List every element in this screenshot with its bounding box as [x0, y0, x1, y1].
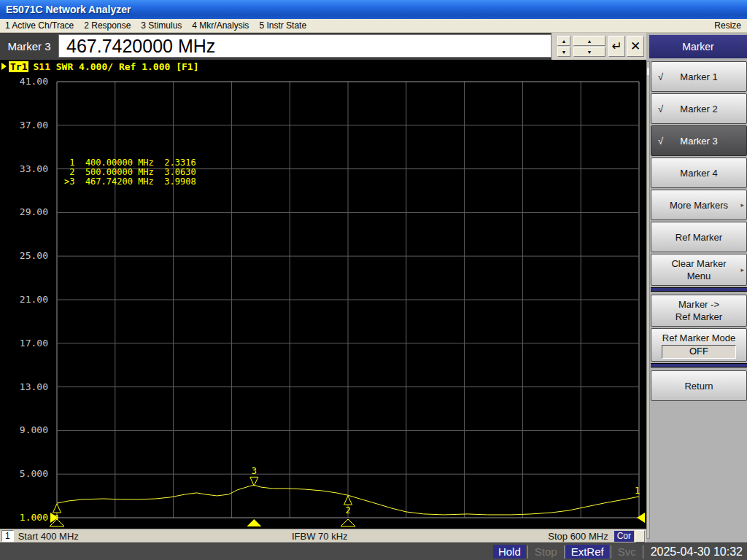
softkey-label: More Markers — [670, 199, 728, 211]
correction-status-badge: Cor — [614, 531, 634, 542]
trace-name-badge[interactable]: Tr1 — [9, 61, 28, 72]
status-right-group: Stop 600 MHz Cor — [548, 530, 646, 542]
spinner-large-up-button[interactable]: ▲ — [573, 36, 605, 46]
softkey-label: Return — [684, 380, 713, 392]
softkey-marker-1[interactable]: √Marker 1 — [651, 61, 747, 92]
ifbw-label: IFBW 70 kHz — [292, 531, 348, 542]
y-axis-tick-label: 5.000 — [3, 468, 48, 479]
softkey-value-box: OFF — [662, 345, 736, 359]
marker-3-stimulus-indicator — [247, 519, 261, 526]
check-icon: √ — [658, 71, 663, 83]
softkey-buttons: √Marker 1√Marker 2√Marker 3Marker 4More … — [651, 61, 747, 402]
spinner-large-down-button[interactable]: ▼ — [573, 47, 605, 57]
y-axis-tick-label: 25.00 — [3, 250, 48, 261]
y-axis-tick-label: 1.000 — [3, 512, 48, 523]
softkey-marker-to-ref-marker[interactable]: Marker ->Ref Marker — [651, 295, 747, 327]
softkey-ref-marker-mode[interactable]: Ref Marker ModeOFF — [651, 328, 747, 362]
softkey-marker-3[interactable]: √Marker 3 — [651, 125, 747, 156]
start-frequency-label: Start 400 MHz — [18, 531, 79, 542]
submenu-arrow-icon: ▸ — [740, 264, 744, 276]
menu-item-3[interactable]: 3 Stimulus — [136, 20, 187, 31]
check-icon: √ — [658, 103, 663, 115]
plot-area: 1123 41.0037.0033.0029.0025.0021.0017.00… — [0, 73, 646, 529]
y-axis-tick-label: 9.000 — [3, 424, 48, 435]
trace-status-bar: Tr1 S11 SWR 4.000/ Ref 1.000 [F1] — [0, 60, 646, 73]
softkey-label: Clear Marker — [671, 257, 726, 270]
status-corner-box — [635, 530, 645, 542]
marker-2-stimulus-indicator — [341, 519, 355, 526]
menu-item-2[interactable]: 2 Response — [79, 20, 136, 31]
marker-1-symbol — [53, 504, 61, 513]
marker-readout-table: 1 400.00000 MHz 2.3316 2 500.00000 MHz 3… — [64, 158, 196, 187]
marker-readout-row: >3 467.74200 MHz 3.9908 — [64, 177, 196, 187]
y-axis-tick-label: 13.00 — [3, 381, 48, 392]
channel-status-bar: 1 Start 400 MHz IFBW 70 kHz Stop 600 MHz… — [0, 529, 646, 542]
softkey-label: Marker 3 — [680, 135, 717, 147]
title-bar: E5071C Network Analyzer — [0, 0, 747, 19]
stop-frequency-label: Stop 600 MHz — [548, 531, 608, 542]
softkey-more-markers[interactable]: More Markers▸ — [651, 190, 747, 220]
active-trace-arrow-icon — [1, 63, 7, 70]
softkey-clear-marker-menu[interactable]: Clear MarkerMenu▸ — [651, 254, 747, 286]
submenu-arrow-icon: ▸ — [740, 199, 744, 211]
trace-format-text: S11 SWR 4.000/ Ref 1.000 [F1] — [33, 61, 198, 72]
window-title: E5071C Network Analyzer — [0, 4, 131, 15]
taskbar-divider — [611, 545, 611, 559]
softkey-label: Ref Marker — [676, 231, 722, 244]
spinner-small-down-button[interactable]: ▼ — [557, 47, 570, 57]
swr-chart: 1123 — [0, 73, 646, 529]
check-icon: √ — [658, 135, 663, 147]
entry-enter-button[interactable]: ↵ — [608, 36, 625, 57]
taskbar: HoldStopExtRefSvc2025-04-30 10:32 — [0, 542, 747, 560]
channel-number-badge: 1 — [1, 530, 14, 542]
trace-number-label: 1 — [635, 486, 640, 496]
marker-2-number: 2 — [345, 505, 350, 516]
softkey-label: Ref Marker Mode — [662, 332, 735, 344]
softkey-scrollbar[interactable] — [646, 61, 650, 539]
menu-item-4[interactable]: 4 Mkr/Analysis — [187, 20, 254, 31]
y-axis-tick-label: 41.00 — [3, 76, 48, 87]
marker-2-symbol — [344, 496, 352, 505]
softkey-sidebar: Marker √Marker 1√Marker 2√Marker 3Marker… — [646, 33, 747, 542]
menu-item-1[interactable]: 1 Active Ch/Trace — [0, 20, 79, 31]
softkey-marker-2[interactable]: √Marker 2 — [651, 93, 747, 124]
entry-label: Marker 3 — [0, 33, 58, 60]
softkey-label: Marker 1 — [680, 71, 717, 83]
taskbar-divider — [527, 545, 528, 559]
softkey-menu-title: Marker — [649, 35, 747, 58]
softkey-label: Marker 2 — [680, 103, 717, 115]
menu-item-5[interactable]: 5 Instr State — [254, 20, 311, 31]
taskbar-divider — [564, 545, 565, 559]
softkey-marker-4[interactable]: Marker 4 — [651, 158, 747, 188]
softkey-return[interactable]: Return — [651, 370, 747, 401]
taskbar-item-hold[interactable]: Hold — [493, 545, 526, 559]
marker-3-symbol — [250, 477, 258, 486]
ref-level-arrow-right — [637, 513, 645, 523]
marker-value-input[interactable]: 467.7420000 MHz — [58, 34, 551, 58]
softkey-label: Marker 4 — [680, 167, 717, 179]
menu-item-resize[interactable]: Resize — [714, 20, 747, 31]
y-axis-tick-label: 17.00 — [3, 338, 48, 349]
taskbar-divider — [643, 545, 643, 559]
y-axis-tick-label: 29.00 — [3, 206, 48, 217]
y-axis-tick-label: 37.00 — [3, 120, 48, 131]
entry-close-button[interactable]: ✕ — [627, 36, 644, 57]
taskbar-item-stop: Stop — [530, 545, 562, 559]
entry-buttons-panel: ▲ ▼ ▲ ▼ ↵ ✕ — [551, 33, 646, 60]
taskbar-item-extref[interactable]: ExtRef — [566, 545, 609, 559]
menu-bar: 1 Active Ch/Trace2 Response3 Stimulus4 M… — [0, 19, 747, 33]
softkey-separator — [651, 363, 747, 368]
instrument-screen: E5071C Network Analyzer 1 Active Ch/Trac… — [0, 0, 747, 560]
softkey-label: Menu — [687, 270, 711, 282]
softkey-ref-marker[interactable]: Ref Marker — [651, 222, 747, 252]
marker-3-number: 3 — [252, 466, 257, 476]
y-axis-tick-label: 33.00 — [3, 163, 48, 174]
entry-bar: Marker 3 467.7420000 MHz ▲ ▼ ▲ ▼ ↵ ✕ — [0, 33, 646, 60]
menu-items: 1 Active Ch/Trace2 Response3 Stimulus4 M… — [0, 20, 311, 31]
taskbar-item-svc: Svc — [613, 545, 641, 559]
spinner-small-up-button[interactable]: ▲ — [557, 36, 570, 46]
softkey-label: Marker -> — [678, 298, 719, 311]
softkey-separator — [651, 287, 747, 292]
softkey-scrollbar-thumb[interactable] — [647, 68, 649, 75]
clock: 2025-04-30 10:32 — [645, 545, 747, 559]
